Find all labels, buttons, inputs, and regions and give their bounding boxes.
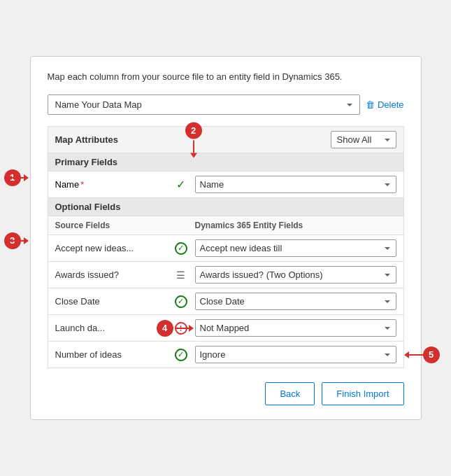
annotation-5-container: 5 [404, 346, 440, 363]
doc-icon-1: ☰ [176, 270, 185, 281]
name-field-label: Name* [55, 179, 167, 190]
arrow-line-5 [409, 354, 423, 356]
annotation-4-container: 4 [157, 320, 194, 337]
badge-2: 2 [185, 122, 202, 139]
optional-fields-label: Optional Fields [48, 198, 404, 216]
delete-button[interactable]: 🗑 Delete [366, 99, 404, 110]
arrowhead-1 [24, 174, 29, 181]
check-icon-4: ✓ [175, 349, 187, 361]
name-check-icon: ✓ [176, 178, 185, 191]
icon-cell-0: ✓ [167, 242, 195, 255]
source-field-4: Number of ideas [55, 349, 167, 360]
field-select-0[interactable]: Accept new ideas till Not Mapped Ignore [195, 239, 396, 257]
arrow-line-3 [4, 240, 24, 241]
source-field-1: Awards issued? [55, 270, 167, 280]
map-attributes-title: Map Attributes [55, 134, 119, 145]
icon-cell-4: ✓ [167, 349, 195, 361]
name-field-select[interactable]: Name Title Subject [195, 176, 396, 193]
field-select-4[interactable]: Ignore Not Mapped Close Date [195, 346, 396, 363]
field-select-4-container: Ignore Not Mapped Close Date 5 [195, 346, 396, 363]
field-row-2: Close Date ✓ Close Date Not Mapped Ignor… [48, 288, 404, 315]
badge-5: 5 [423, 346, 440, 363]
source-field-2: Close Date [55, 296, 167, 307]
field-row-0: Accept new ideas... ✓ Accept new ideas t… [48, 235, 404, 262]
data-map-row: Name Your Data Map 🗑 Delete [48, 94, 404, 115]
source-field-0: Accept new ideas... [55, 243, 167, 253]
optional-fields-text: Optional Fields [55, 202, 121, 212]
description-text: Map each column from your source file to… [48, 71, 404, 83]
back-button[interactable]: Back [265, 382, 315, 405]
arrowhead-3 [24, 237, 29, 244]
source-field-3: Launch da... [55, 323, 167, 333]
main-card: 1 3 Map each column from your source fil… [30, 56, 422, 420]
arrowhead-5 [404, 351, 409, 358]
arrow-3 [4, 237, 29, 244]
primary-fields-text: Primary Fields [55, 157, 118, 167]
name-field-row: Name* ✓ Name Title Subject [48, 172, 404, 198]
source-col-header: Source Fields [55, 220, 167, 230]
name-icon-cell: ✓ [167, 178, 195, 191]
field-row-3: Launch da... 4 ! Not Mapped Ignore Close… [48, 315, 404, 342]
required-star: * [80, 179, 84, 190]
footer: Back Finish Import [48, 382, 404, 405]
trash-icon: 🗑 [366, 99, 375, 110]
arrow-line-4 [175, 328, 189, 329]
field-select-3[interactable]: Not Mapped Ignore Close Date [195, 319, 396, 337]
show-all-select[interactable]: Show All Mapped Unmapped [331, 131, 396, 148]
primary-fields-label: Primary Fields [48, 153, 404, 172]
arrowhead-4 [189, 325, 194, 332]
field-select-1[interactable]: Awards issued? (Two Options) Not Mapped … [195, 266, 396, 284]
arrow-line-1 [4, 177, 24, 178]
check-icon-0: ✓ [175, 242, 187, 255]
annotation-3: 3 [4, 237, 29, 244]
field-row-1: Awards issued? ☰ Awards issued? (Two Opt… [48, 262, 404, 288]
finish-import-button[interactable]: Finish Import [322, 382, 403, 405]
field-select-2[interactable]: Close Date Not Mapped Ignore [195, 293, 396, 310]
arrow-4 [175, 325, 194, 332]
badge-4: 4 [157, 320, 173, 337]
arrow-5 [404, 351, 423, 358]
delete-label: Delete [378, 99, 404, 110]
columns-header: Source Fields Dynamics 365 Entity Fields [48, 216, 404, 235]
icon-cell-1: ☰ [167, 270, 195, 281]
annotation-1: 1 [4, 174, 29, 181]
icon-cell-2: ✓ [167, 295, 195, 308]
map-attributes-header: Map Attributes 2 Show All Mapped Unmappe… [48, 126, 404, 153]
annotation-2-container: 2 [185, 122, 202, 158]
field-row-4: Number of ideas ✓ Ignore Not Mapped Clos… [48, 342, 404, 368]
arrow-1 [4, 174, 29, 181]
arrowhead-down-2 [190, 153, 197, 158]
icon-col-header [167, 220, 195, 230]
arrow-down-2 [193, 140, 194, 153]
check-icon-2: ✓ [175, 295, 187, 308]
dynamics-col-header: Dynamics 365 Entity Fields [195, 220, 396, 230]
data-map-select[interactable]: Name Your Data Map [48, 94, 360, 115]
